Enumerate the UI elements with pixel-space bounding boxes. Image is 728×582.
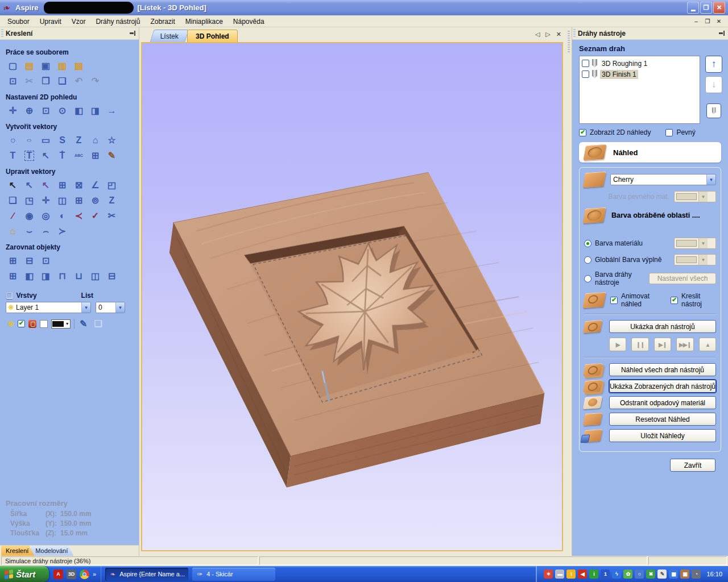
zoom-in-icon[interactable]: ⊕ (22, 103, 36, 118)
layer-select[interactable]: ❋ Layer 1 ▼ (6, 302, 91, 313)
toggle-panel-icon[interactable]: → (105, 103, 119, 118)
copy-icon[interactable]: ❐ (39, 74, 53, 88)
tab-listek[interactable]: Lístek (150, 30, 189, 42)
draw-ellipse-icon[interactable]: ○ (22, 133, 36, 147)
power-tray-icon[interactable]: ϟ (612, 569, 621, 579)
select-vectors-icon[interactable]: ↖ (6, 178, 20, 192)
ulo-it-n-hledy-button[interactable]: Uložit Náhledy (609, 429, 716, 442)
n-hled-v-ech-drah-n-stroj--button[interactable]: Náhled všech drah nástrojů (609, 363, 716, 376)
draw-polygon-icon[interactable]: ⌂ (88, 133, 102, 147)
pan-view-icon[interactable]: ✛ (6, 103, 20, 118)
move-toolpath-down-button[interactable]: ↓ (705, 76, 722, 93)
display-tray-icon[interactable]: ▦ (669, 569, 678, 579)
barva-dr-hy-n-stroje-radio[interactable] (584, 275, 592, 282)
skip-to-end-button[interactable]: ▶▶❙ (676, 338, 693, 351)
zoom-material-icon[interactable]: ◨ (88, 103, 102, 118)
toolpath-checkbox[interactable] (582, 60, 589, 67)
zoom-window-icon[interactable]: ⊡ (39, 103, 53, 118)
move-toolpath-up-button[interactable]: ↑ (705, 56, 722, 73)
network-status-tray-icon[interactable]: ✖ (646, 569, 655, 579)
mdi-minimize-button[interactable]: – (692, 17, 701, 25)
menu-upravit[interactable]: Upravit (35, 16, 67, 27)
menu-zobrazit[interactable]: Zobrazit (145, 16, 180, 27)
mdi-restore-button[interactable]: ❐ (703, 17, 712, 25)
save-file-icon[interactable]: ▣ (39, 59, 53, 73)
layer-active-checkbox[interactable] (18, 320, 25, 327)
draw-rectangle-icon[interactable]: ▭ (39, 133, 53, 147)
layer-lock-icon[interactable] (28, 320, 36, 328)
export-vectors-icon[interactable]: ▧ (72, 59, 86, 73)
layer-color-dropdown[interactable]: ▼ (51, 319, 71, 329)
cut3d-icon[interactable]: 3D (67, 569, 76, 579)
preview-toolpaths-button[interactable]: Ukázka drah nástrojů (609, 320, 716, 333)
device-tray-icon[interactable]: ▬ (555, 569, 564, 579)
close-button[interactable]: ✕ (713, 2, 725, 14)
odstranit-odpadov-materi-l-button[interactable]: Odstranit odpadový materiál (609, 396, 716, 409)
glob-ln-barva-v-pln--radio[interactable] (584, 256, 592, 264)
draw-text-icon[interactable]: T (6, 148, 20, 163)
space-horizontal-icon[interactable]: ◫ (88, 269, 102, 283)
group-vectors-icon[interactable]: ⊞ (55, 178, 69, 192)
chevron-down-icon[interactable]: ▼ (115, 302, 125, 313)
draw-tool-checkbox[interactable] (671, 297, 678, 304)
step-forward-button[interactable]: ▶❙ (654, 338, 671, 351)
archive-tray-icon[interactable]: ▣ (680, 569, 689, 579)
menu-dr-hy-n-stroj-[interactable]: Dráhy nástrojů (90, 16, 145, 27)
fit-bezier-icon[interactable]: ⌢ (39, 224, 53, 238)
material-select[interactable]: Cherry ▼ (610, 174, 716, 185)
zoom-selection-icon[interactable]: ⊙ (55, 103, 69, 118)
toolpath-list[interactable]: 3D Roughing 13D Finish 1 (579, 56, 700, 124)
pause-button[interactable]: ❙❙ (631, 338, 648, 351)
arc-tool-icon[interactable]: ≺ (72, 209, 86, 223)
tab-kresleni[interactable]: Kreslení (1, 546, 34, 556)
array-copy-icon[interactable]: ⊞ (72, 193, 86, 207)
draw-freehand-icon[interactable]: ✎ (105, 148, 119, 163)
chrome-icon[interactable] (80, 569, 89, 579)
weld-vectors-icon[interactable]: ◉ (22, 209, 36, 223)
award-tray-icon[interactable]: ✿ (623, 569, 632, 579)
chevron-down-icon[interactable]: ▼ (706, 174, 715, 185)
draw-circle-icon[interactable]: ○ (6, 133, 20, 147)
menu-vzor[interactable]: Vzor (67, 16, 91, 27)
cut-vectors-icon[interactable]: ✂ (105, 209, 119, 223)
center-in-material-icon[interactable]: ⊞ (6, 269, 20, 283)
node-editing-icon[interactable]: ↖ (22, 178, 36, 192)
align-left-icon[interactable]: ◧ (22, 269, 36, 283)
barva-materi-lu-radio[interactable] (584, 240, 592, 247)
cut-icon[interactable]: ✂ (22, 74, 36, 88)
toolpath-item[interactable]: 3D Roughing 1 (582, 58, 697, 69)
tab-next-icon[interactable]: ▷ (545, 31, 550, 38)
mirror-vectors-icon[interactable]: ◫ (55, 193, 69, 207)
fit-curves-icon[interactable]: Z (105, 193, 119, 207)
align-center-vertical-icon[interactable]: ⊡ (39, 253, 53, 268)
security-shield-tray-icon[interactable]: ! (566, 569, 576, 579)
tab-3d-pohled[interactable]: 3D Pohled (187, 30, 238, 42)
layer-blank-swatch[interactable] (40, 320, 48, 328)
tab-close-icon[interactable]: ✕ (556, 31, 561, 38)
paste-icon[interactable]: ❏ (55, 74, 69, 88)
move-selection-icon[interactable]: ↖ (39, 178, 53, 192)
subtract-vectors-icon[interactable]: ◎ (39, 209, 53, 223)
pin-icon[interactable] (129, 30, 135, 36)
join-vectors-icon[interactable]: ✓ (88, 209, 102, 223)
menu-n-pov-da[interactable]: Nápověda (228, 16, 270, 27)
return-to-start-button[interactable]: ▲ (699, 338, 716, 351)
draw-text-box-icon[interactable]: T (22, 148, 36, 163)
skicar-task-button[interactable]: ✑4 - Skicár (192, 568, 275, 581)
mdi-close-button[interactable]: ✕ (714, 17, 723, 25)
draw-star-icon[interactable]: ☆ (105, 133, 119, 147)
block-copy-icon[interactable]: ⊞ (88, 148, 102, 163)
space-vertical-icon[interactable]: ⊟ (105, 269, 119, 283)
quick-launch-more-icon[interactable]: » (93, 571, 96, 577)
tab-prev-icon[interactable]: ◁ (535, 31, 540, 38)
trim-vectors-icon[interactable]: ◐ (55, 209, 69, 223)
redo-icon[interactable]: ↷ (88, 74, 102, 88)
show-2d-previews-checkbox[interactable] (579, 129, 586, 136)
align-right-icon[interactable]: ◨ (39, 269, 53, 283)
move-to-position-icon[interactable]: ✛ (39, 193, 53, 207)
align-center-horizontal-icon[interactable]: ⊟ (22, 253, 36, 268)
undo-icon[interactable]: ↶ (72, 74, 86, 88)
text-node-edit-icon[interactable]: Ṫ (55, 148, 69, 163)
uk-zka-zobrazen-ch-drah-n-stroj--button[interactable]: Ukázka Zobrazených drah nástrojů (609, 380, 716, 393)
edit-text-icon[interactable]: ↖ (39, 148, 53, 163)
